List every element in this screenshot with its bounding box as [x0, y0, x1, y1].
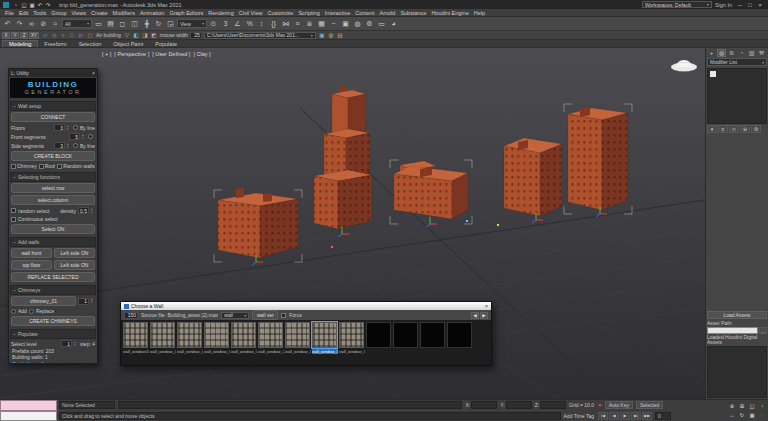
replace-selected-button[interactable]: REPLACE SELECTED [11, 272, 95, 282]
set-key-button[interactable]: ● [598, 402, 602, 408]
chimney-type-dropdown[interactable]: chimney_01 [11, 296, 76, 306]
modifier-stack[interactable] [707, 68, 767, 124]
render-setup-icon[interactable]: ⚙ [364, 18, 375, 29]
wall-thumbnail[interactable]: wall_window_05 [177, 322, 203, 354]
wall-thumbnail-image[interactable] [231, 322, 256, 348]
menu-item[interactable]: Graph Editors [169, 10, 203, 16]
load-assets-tab[interactable]: Load Assets [707, 311, 767, 319]
unlink-selection-icon[interactable]: ⊘ [38, 18, 49, 29]
wall-thumbnail-image[interactable] [258, 322, 283, 348]
rollout-populate[interactable]: −Populate [10, 329, 96, 339]
wall-thumbnail-image[interactable] [393, 322, 418, 348]
previous-frame-button[interactable]: ◀ [609, 412, 619, 420]
select-and-link-icon[interactable]: ∞ [26, 18, 37, 29]
undo-icon[interactable]: ↶ [36, 2, 44, 8]
undo-icon[interactable]: ↶ [2, 18, 13, 29]
select-by-name-icon[interactable]: ▤ [105, 18, 116, 29]
reference-coordinate-dropdown[interactable]: View▾ [177, 19, 207, 28]
ribbon-tab[interactable]: Populate [149, 40, 183, 47]
play-button[interactable]: ▶ [620, 412, 630, 420]
viewport-pov-menu[interactable]: [ Perspective ] [114, 51, 149, 57]
browse-button[interactable]: ... [759, 327, 767, 334]
window-crossing-icon[interactable]: ◫ [129, 18, 140, 29]
create-block-button[interactable]: CREATE BLOCK [11, 151, 95, 161]
select-and-scale-icon[interactable]: ◲ [165, 18, 176, 29]
open-file-icon[interactable]: ◱ [20, 2, 28, 8]
spinner-field[interactable]: 3 [54, 124, 65, 131]
spinner-field[interactable]: 5 [69, 133, 80, 140]
chimney-add-radio[interactable] [11, 309, 16, 314]
wall-thumbnail[interactable]: wall_window_25 [258, 322, 284, 354]
menu-item[interactable]: Edit [19, 10, 28, 16]
wall-thumbnail-image[interactable] [285, 322, 310, 348]
coordinate-field[interactable] [471, 401, 497, 409]
viewport-general-menu[interactable]: [ + ] [102, 51, 111, 57]
building-model-1[interactable] [218, 188, 298, 258]
pin-stack-icon[interactable]: ▾ [707, 125, 717, 133]
toolbar2-icon[interactable]: ◧ [132, 31, 140, 39]
force-checkbox[interactable] [281, 313, 286, 318]
menu-item[interactable]: Create [91, 10, 108, 16]
panel-titlebar[interactable]: L: Utility × [9, 69, 97, 77]
preset-dropdown-button[interactable]: CONNECT [11, 112, 95, 122]
isolate-icon[interactable]: ◌ [757, 411, 767, 421]
toolbar2-icon[interactable]: ○ [59, 31, 67, 39]
prev-page-button[interactable]: ◀ [471, 312, 479, 319]
select-and-move-icon[interactable]: ╋ [141, 18, 152, 29]
hierarchy-tab[interactable]: ≋ [727, 49, 736, 57]
menu-item[interactable]: Animation [140, 10, 164, 16]
thumb-size-field[interactable]: 150 [124, 312, 138, 319]
toolbar2-icon[interactable]: ◩ [150, 31, 158, 39]
wall-thumbnail-image[interactable] [420, 322, 445, 348]
wall-thumbnail[interactable]: wall_window_09 [231, 322, 257, 354]
listener-macro-line[interactable] [0, 400, 57, 411]
percent-snap-icon[interactable]: % [244, 18, 255, 29]
zoom-icon[interactable]: ⊕ [727, 401, 737, 411]
display-tab[interactable]: ▥ [747, 49, 756, 57]
checkbox[interactable] [57, 164, 62, 169]
menu-item[interactable]: Views [72, 10, 87, 16]
field-of-view-icon[interactable]: ◔ [757, 401, 767, 411]
next-frame-button[interactable]: ▶| [631, 412, 641, 420]
mirror-icon[interactable]: ⋈ [280, 18, 291, 29]
select-object-icon[interactable]: ▭ [93, 18, 104, 29]
spinner-field[interactable]: 3 [54, 142, 65, 149]
select-on-button[interactable]: Select ON [11, 224, 95, 234]
spinner-arrows[interactable]: ▴▾ [67, 143, 71, 149]
snaps-toggle-icon[interactable]: 3 [220, 18, 231, 29]
new-file-icon[interactable]: ▫ [12, 2, 20, 8]
wall-thumbnail[interactable]: wall_window01_04 [123, 322, 149, 354]
create-chimneys-button[interactable]: CREATE CHIMNEYS [11, 316, 95, 326]
show-end-result-icon[interactable]: ≡ [718, 125, 728, 133]
curve-editor-icon[interactable]: ~ [328, 18, 339, 29]
wall-thumbnail[interactable]: wall_window_32 [285, 322, 311, 354]
named-selection-sets-icon[interactable]: {} [268, 18, 279, 29]
wall-front-button[interactable]: wall front [11, 248, 52, 258]
schematic-view-icon[interactable]: ▣ [340, 18, 351, 29]
toolbar2-icon[interactable]: □ [68, 31, 76, 39]
menu-item[interactable]: Tools [33, 10, 46, 16]
toolbar2-icon[interactable]: ▣ [318, 31, 326, 39]
constraint-xy-button[interactable]: XY [29, 32, 39, 39]
current-frame-field[interactable]: 0 [655, 412, 671, 420]
selection-filter-dropdown[interactable]: All▾ [62, 19, 92, 28]
close-button[interactable]: × [755, 2, 765, 8]
menu-item[interactable]: Content [355, 10, 374, 16]
toolbar2-icon[interactable]: ▤ [336, 31, 344, 39]
checkbox[interactable] [39, 164, 44, 169]
by-line-radio[interactable] [88, 134, 93, 139]
rollout-wall-setup[interactable]: −Wall setup [10, 101, 96, 111]
rollout-chimneys[interactable]: −Chimneys [10, 285, 96, 295]
browser-titlebar[interactable]: Choose a Wall × [121, 302, 491, 310]
go-to-start-button[interactable]: |◀ [598, 412, 608, 420]
loaded-assets-list[interactable] [707, 346, 767, 398]
menu-item[interactable]: Rendering [208, 10, 233, 16]
zoom-extents-icon[interactable]: ◱ [747, 401, 757, 411]
spinner-arrows[interactable]: ▴▾ [91, 208, 95, 214]
next-page-button[interactable]: ▶ [480, 312, 488, 319]
toolbar2-icon[interactable]: ◨ [141, 31, 149, 39]
menu-item[interactable]: Civil View [239, 10, 263, 16]
viewport-hat-object[interactable] [671, 60, 697, 72]
constraint-y-button[interactable]: Y [11, 32, 19, 39]
menu-item[interactable]: Houdini Engine [431, 10, 468, 16]
